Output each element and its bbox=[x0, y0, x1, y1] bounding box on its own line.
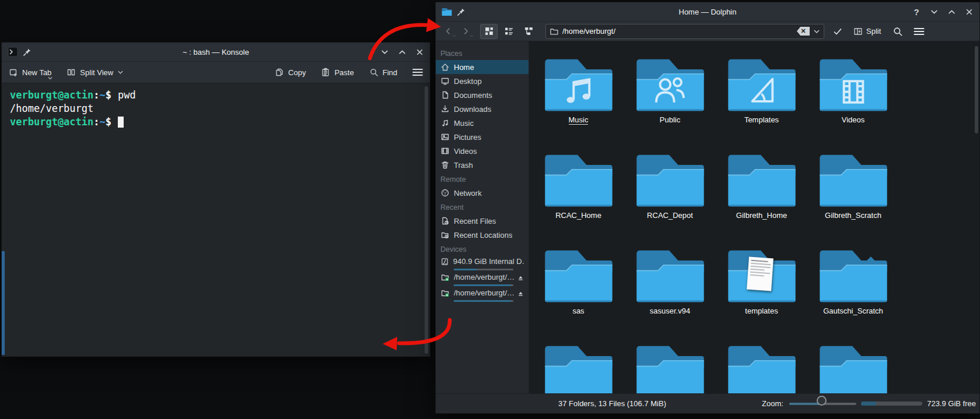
folder-item-templates[interactable]: templates bbox=[718, 247, 806, 318]
sidebar-item-network[interactable]: Network bbox=[436, 186, 528, 200]
close-button[interactable] bbox=[964, 7, 974, 16]
folder-item-rcac-depot[interactable]: RCAC_Depot bbox=[626, 152, 714, 223]
folder-view[interactable]: Music Public Templates Videos RCAC_Home … bbox=[529, 41, 979, 393]
konsole-window: ~ : bash — Konsole New Tab Split View Co… bbox=[1, 42, 430, 357]
sidebar-item-downloads[interactable]: Downloads bbox=[436, 102, 528, 116]
maximize-button[interactable] bbox=[947, 7, 956, 16]
split-label: Split bbox=[866, 27, 881, 36]
terminal-scrollbar[interactable] bbox=[425, 86, 428, 354]
konsole-app-icon bbox=[8, 47, 18, 57]
terminal-line-3: verburgt@actin:~$ bbox=[10, 115, 422, 129]
paste-button[interactable]: Paste bbox=[321, 68, 354, 77]
details-tree-view-button[interactable] bbox=[520, 24, 537, 39]
folder-item-sas[interactable]: sas bbox=[535, 247, 622, 318]
icons-view-button[interactable] bbox=[480, 24, 498, 39]
compact-view-button[interactable] bbox=[500, 24, 517, 39]
hamburger-menu-icon[interactable] bbox=[914, 27, 925, 36]
sidebar-item-recent-locations[interactable]: Recent Locations bbox=[436, 228, 528, 242]
folder-item-partial[interactable] bbox=[535, 343, 622, 393]
free-space-text: 723.9 GiB free bbox=[927, 399, 976, 408]
forward-button[interactable] bbox=[459, 25, 472, 38]
folder-item-partial[interactable] bbox=[810, 343, 897, 393]
folder-item-music[interactable]: Music bbox=[535, 56, 622, 127]
folder-icon bbox=[817, 343, 890, 393]
sidebar-item-recent-files[interactable]: Recent Files bbox=[436, 214, 528, 228]
pin-icon[interactable] bbox=[457, 8, 466, 16]
search-icon[interactable] bbox=[892, 26, 903, 37]
folder-icon bbox=[726, 152, 798, 210]
sidebar-item-pictures[interactable]: Pictures bbox=[436, 130, 528, 144]
eject-button[interactable] bbox=[517, 274, 524, 284]
minimize-button[interactable] bbox=[929, 7, 939, 16]
folder-label: sas bbox=[572, 307, 584, 315]
sidebar-item-music[interactable]: Music bbox=[436, 116, 528, 130]
view-mode-group bbox=[480, 24, 537, 39]
folder-item-templates[interactable]: Templates bbox=[718, 56, 806, 127]
folder-icon-wrap bbox=[542, 247, 615, 305]
sidebar-item-trash[interactable]: Trash bbox=[436, 158, 528, 172]
dolphin-titlebar[interactable]: Home — Dolphin ? bbox=[436, 2, 979, 22]
sidebar-item-label: Pictures bbox=[454, 133, 481, 142]
sidebar-item-documents[interactable]: Documents bbox=[436, 88, 528, 102]
eject-button[interactable] bbox=[517, 290, 524, 300]
sidebar-item-label: Music bbox=[454, 119, 474, 128]
sidebar-item-label: Home bbox=[454, 63, 474, 72]
minimize-button[interactable] bbox=[380, 47, 389, 57]
folder-item-public[interactable]: Public bbox=[626, 56, 714, 127]
folder-item-gautschi-scratch[interactable]: Gautschi_Scratch bbox=[810, 247, 897, 318]
folder-label: templates bbox=[745, 307, 778, 315]
accept-location-button[interactable] bbox=[832, 27, 843, 36]
sidebar-item-home-verburgt[interactable]: /home/verburgt/… bbox=[436, 287, 528, 303]
folder-item-gilbreth-scratch[interactable]: Gilbreth_Scratch bbox=[810, 152, 897, 223]
konsole-titlebar[interactable]: ~ : bash — Konsole bbox=[2, 43, 430, 62]
dolphin-window-title: Home — Dolphin bbox=[436, 8, 979, 16]
split-button[interactable]: Split bbox=[851, 27, 883, 36]
sidebar-item-940-9-gib-internal-d[interactable]: 940.9 GiB Internal D… bbox=[436, 256, 528, 272]
folder-item-rcac-home[interactable]: RCAC_Home bbox=[535, 152, 622, 223]
folder-icon-wrap bbox=[726, 56, 798, 114]
zoom-slider-knob[interactable] bbox=[817, 396, 827, 406]
music-icon bbox=[440, 118, 450, 128]
new-tab-dropdown-icon[interactable] bbox=[48, 73, 52, 82]
terminal-area[interactable]: verburgt@actin:~$pwd /home/verburgt verb… bbox=[2, 83, 430, 357]
split-view-button[interactable]: Split View bbox=[66, 68, 124, 77]
folder-icon bbox=[726, 56, 798, 114]
folder-item-videos[interactable]: Videos bbox=[810, 56, 897, 127]
location-dropdown-icon[interactable] bbox=[813, 29, 820, 34]
folder-icon-wrap bbox=[542, 56, 615, 114]
sidebar-item-label: /home/verburgt/… bbox=[454, 288, 514, 297]
folder-icon-wrap bbox=[817, 247, 890, 305]
back-button[interactable] bbox=[442, 25, 454, 38]
find-label: Find bbox=[383, 68, 397, 77]
sidebar-item-label: /home/verburgt/… bbox=[454, 273, 514, 281]
location-path: /home/verburgt/ bbox=[562, 27, 793, 36]
clear-location-icon[interactable]: ✕ bbox=[797, 27, 810, 36]
folder-item-partial[interactable] bbox=[626, 343, 714, 393]
free-space-bar bbox=[861, 402, 922, 406]
folder-item-gilbreth-home[interactable]: Gilbreth_Home bbox=[718, 152, 806, 223]
pin-icon[interactable] bbox=[23, 48, 32, 57]
location-bar[interactable]: /home/verburgt/ ✕ bbox=[545, 24, 824, 39]
find-button[interactable]: Find bbox=[369, 68, 397, 77]
sidebar-item-desktop[interactable]: Desktop bbox=[436, 74, 528, 88]
folder-item-partial[interactable] bbox=[718, 343, 806, 393]
view-scrollbar[interactable] bbox=[975, 46, 978, 133]
sidebar-item-home-verburgt[interactable]: /home/verburgt/… bbox=[436, 272, 528, 287]
copy-button[interactable]: Copy bbox=[275, 68, 306, 77]
help-button[interactable]: ? bbox=[912, 7, 921, 16]
konsole-toolbar: New Tab Split View Copy Paste Find bbox=[2, 62, 430, 83]
folder-label: Videos bbox=[842, 115, 865, 124]
sidebar-item-videos[interactable]: Videos bbox=[436, 144, 528, 158]
sidebar-item-label: Network bbox=[454, 189, 482, 198]
sidebar-item-home[interactable]: Home bbox=[436, 60, 528, 74]
desktop-icon bbox=[440, 76, 450, 86]
folder-icon-wrap bbox=[634, 247, 706, 305]
folder-icon bbox=[634, 343, 706, 393]
maximize-button[interactable] bbox=[397, 47, 407, 57]
hamburger-menu-icon[interactable] bbox=[412, 68, 423, 76]
close-button[interactable] bbox=[415, 47, 424, 57]
folder-icon-wrap bbox=[726, 247, 798, 305]
downloads-icon bbox=[440, 104, 450, 114]
folder-item-sasuser-v94[interactable]: sasuser.v94 bbox=[626, 247, 714, 318]
new-tab-button[interactable]: New Tab bbox=[9, 68, 51, 77]
